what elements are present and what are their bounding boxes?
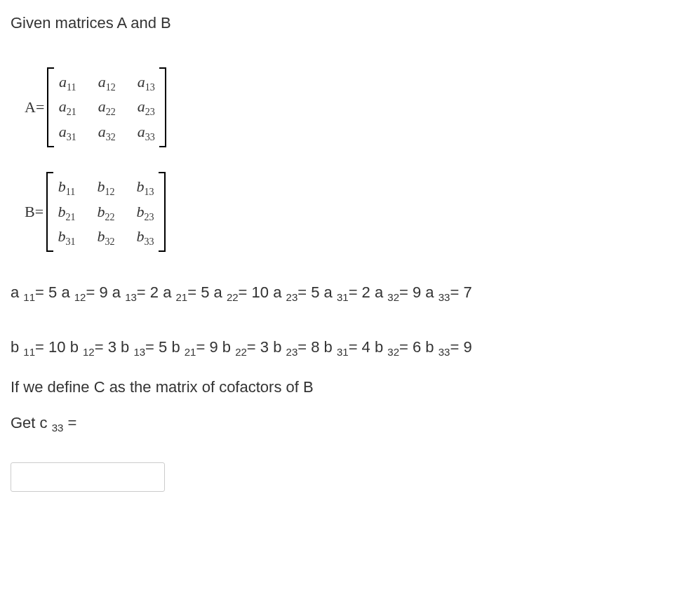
value: 2 xyxy=(362,283,370,301)
value: 9 xyxy=(413,283,421,301)
value: 5 xyxy=(159,338,167,356)
value: 8 xyxy=(311,338,319,356)
matrix-cell: a12 xyxy=(93,70,120,95)
cofactor-definition: If we define C as the matrix of cofactor… xyxy=(11,378,678,396)
matrix-cell: b32 xyxy=(93,225,119,249)
matrix-a: a11 a12 a13 a21 a22 a23 a31 a32 a33 xyxy=(47,67,166,147)
matrix-cell: a33 xyxy=(133,120,159,145)
question-prefix: Get c xyxy=(11,414,48,431)
matrix-b-label: B= xyxy=(25,203,44,221)
value: 10 xyxy=(48,338,65,356)
matrix-cell: a31 xyxy=(54,120,81,145)
b-values-line: b 11= 10 b 12= 3 b 13= 5 b 21= 9 b 22= 3… xyxy=(11,335,678,361)
problem-intro: Given matrices A and B xyxy=(11,14,678,32)
value: 5 xyxy=(201,283,209,301)
matrix-a-label: A= xyxy=(25,98,44,116)
value: 3 xyxy=(108,338,116,356)
value: 9 xyxy=(99,283,107,301)
answer-input[interactable] xyxy=(11,462,165,492)
matrix-cell: a13 xyxy=(133,70,159,95)
matrix-cell: a23 xyxy=(133,95,159,119)
matrix-cell: b33 xyxy=(132,225,159,249)
matrix-cell: a32 xyxy=(93,120,120,145)
question-subscript: 33 xyxy=(52,422,64,434)
matrix-b-section: B= b11 b12 b13 b21 b22 b23 b31 b32 b33 xyxy=(25,172,678,252)
value: 9 xyxy=(209,338,218,356)
value: 7 xyxy=(463,283,471,301)
matrix-cell: a11 xyxy=(54,70,81,95)
value: 10 xyxy=(252,283,269,301)
question-suffix: = xyxy=(68,414,77,431)
value: 5 xyxy=(48,283,57,301)
matrix-cell: b23 xyxy=(132,200,159,225)
matrix-b: b11 b12 b13 b21 b22 b23 b31 b32 b33 xyxy=(46,172,166,252)
matrix-cell: b22 xyxy=(93,200,119,225)
value: 2 xyxy=(150,283,159,301)
value: 6 xyxy=(413,338,421,356)
value: 4 xyxy=(362,338,370,356)
value: 9 xyxy=(463,338,471,356)
matrix-cell: b12 xyxy=(93,175,119,199)
matrix-cell: a22 xyxy=(93,95,120,119)
matrix-a-section: A= a11 a12 a13 a21 a22 a23 a31 a32 a33 xyxy=(25,67,678,147)
matrix-cell: b31 xyxy=(53,225,80,249)
matrix-cell: a21 xyxy=(54,95,81,119)
matrix-cell: b21 xyxy=(53,200,80,225)
a-values-line: a 11= 5 a 12= 9 a 13= 2 a 21= 5 a 22= 10… xyxy=(11,280,678,306)
matrix-cell: b13 xyxy=(132,175,159,199)
matrix-cell: b11 xyxy=(53,175,80,199)
question-text: Get c 33 = xyxy=(11,414,678,434)
value: 5 xyxy=(311,283,319,301)
value: 3 xyxy=(260,338,269,356)
